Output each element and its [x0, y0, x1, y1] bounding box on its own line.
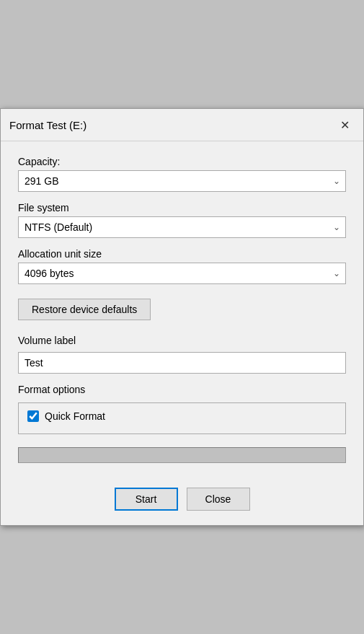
capacity-select[interactable]: 291 GB	[18, 170, 346, 192]
dialog-content: Capacity: 291 GB ⌄ File system NTFS (Def…	[1, 141, 363, 479]
file-system-select-wrapper: NTFS (Default) FAT32 exFAT ⌄	[18, 216, 346, 238]
progress-bar-fill	[19, 448, 345, 462]
file-system-select[interactable]: NTFS (Default) FAT32 exFAT	[18, 216, 346, 238]
format-options-box: Quick Format	[18, 402, 346, 434]
title-bar: Format Test (E:) ✕	[1, 109, 363, 141]
allocation-unit-select-wrapper: 512 bytes 1024 bytes 2048 bytes 4096 byt…	[18, 263, 346, 284]
format-options-section: Format options Quick Format	[18, 384, 346, 434]
close-icon[interactable]: ✕	[334, 115, 355, 135]
capacity-select-wrapper: 291 GB ⌄	[18, 170, 346, 192]
footer-buttons: Start Close	[1, 479, 363, 525]
capacity-label: Capacity:	[18, 156, 346, 167]
volume-label-input[interactable]	[18, 352, 346, 374]
window-title: Format Test (E:)	[9, 119, 86, 131]
volume-label-label: Volume label	[18, 335, 346, 346]
start-button[interactable]: Start	[115, 488, 178, 511]
format-dialog: Format Test (E:) ✕ Capacity: 291 GB ⌄ Fi…	[0, 108, 364, 526]
allocation-unit-select[interactable]: 512 bytes 1024 bytes 2048 bytes 4096 byt…	[18, 263, 346, 284]
restore-defaults-button[interactable]: Restore device defaults	[18, 299, 151, 320]
quick-format-row: Quick Format	[27, 410, 337, 422]
progress-bar-container	[18, 447, 346, 463]
quick-format-checkbox[interactable]	[27, 410, 39, 422]
close-button[interactable]: Close	[187, 488, 250, 511]
format-options-label: Format options	[18, 384, 346, 395]
allocation-unit-label: Allocation unit size	[18, 248, 346, 260]
quick-format-label[interactable]: Quick Format	[45, 410, 105, 422]
file-system-label: File system	[18, 202, 346, 213]
